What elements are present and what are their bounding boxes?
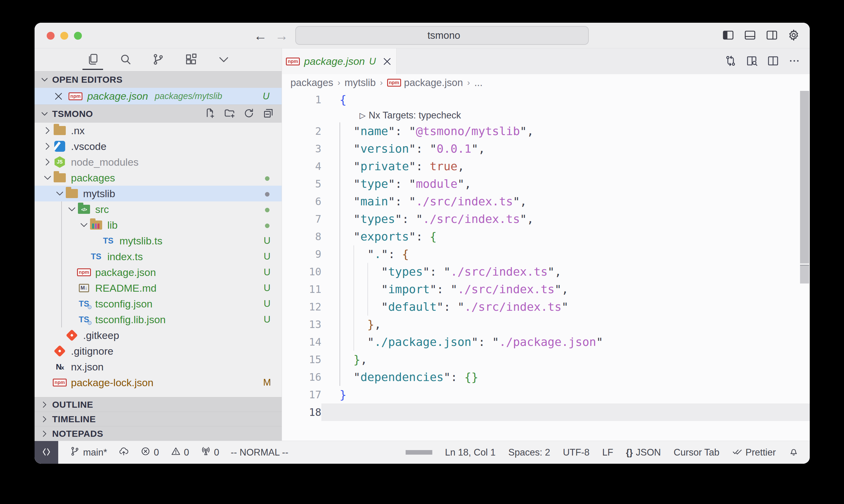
ts-gear-icon: TS⚙ (77, 298, 91, 310)
breadcrumb-item[interactable]: mytslib (345, 77, 376, 88)
status-ports[interactable]: 0 (201, 446, 219, 459)
git-status-badge: U (261, 298, 273, 309)
tree-item-nx-json[interactable]: Nxnx.json (35, 359, 282, 375)
folder-lib-icon (89, 219, 103, 231)
compare-changes-button[interactable] (724, 55, 738, 69)
split-editor-button[interactable] (766, 55, 780, 69)
explorer-actions (203, 107, 275, 121)
explorer-section-header[interactable]: TSMONO (35, 105, 282, 123)
more-actions-button[interactable] (787, 55, 801, 69)
code-line-14: 14 "./package.json": "./package.json" (282, 333, 810, 351)
breadcrumb-separator: › (338, 78, 340, 88)
editor-scrollbar[interactable] (800, 91, 809, 264)
status-indentation[interactable]: Spaces: 2 (509, 447, 550, 458)
tree-item-tsconfig-lib-json[interactable]: TS⚙tsconfig.lib.jsonU (35, 312, 282, 327)
status-formatter[interactable]: Prettier (732, 446, 776, 459)
tree-item-package-json[interactable]: npmpackage.jsonU (35, 265, 282, 280)
code-line-9: 9 ".": { (282, 245, 810, 263)
tree-item-lib[interactable]: lib (35, 217, 282, 233)
status-cursor-position[interactable]: Ln 18, Col 1 (445, 447, 496, 458)
open-preview-button[interactable] (745, 55, 759, 69)
status-branch[interactable]: main* (70, 446, 107, 459)
tree-item--nx[interactable]: .nx (35, 123, 282, 139)
tab-package-json[interactable]: npm package.json U (282, 49, 397, 74)
git-status-badge: M (261, 377, 273, 388)
status-vim-mode[interactable]: -- NORMAL -- (231, 447, 288, 458)
warning-icon (171, 446, 181, 459)
tree-item-src[interactable]: </>src (35, 201, 282, 217)
activity-extensions[interactable] (183, 49, 200, 71)
layout-panel-button[interactable] (743, 29, 757, 43)
status-cursor-tab[interactable]: Cursor Tab (674, 447, 719, 458)
refresh-button[interactable] (242, 107, 256, 121)
breadcrumb-item[interactable]: ... (474, 77, 483, 88)
gear-button[interactable] (787, 29, 800, 43)
line-number: 2 (282, 125, 321, 137)
gear-icon (787, 29, 800, 42)
tree-item-tsconfig-json[interactable]: TS⚙tsconfig.jsonU (35, 296, 282, 312)
activity-more-views[interactable] (215, 49, 232, 71)
status-errors[interactable]: 0 (140, 446, 159, 459)
tree-item-packages[interactable]: packages (35, 170, 282, 186)
ts-icon: TS (101, 234, 115, 247)
section-timeline[interactable]: TIMELINE (35, 412, 282, 426)
status-language[interactable]: {}JSON (626, 447, 661, 458)
error-icon (140, 446, 151, 459)
new-file-button[interactable] (203, 107, 217, 121)
tree-item--gitkeep[interactable]: .gitkeep (35, 327, 282, 343)
status-remote[interactable] (35, 441, 58, 464)
status-warnings[interactable]: 0 (171, 446, 189, 459)
layout-sidebar-left-button[interactable] (721, 29, 735, 43)
status-encoding[interactable]: UTF-8 (563, 447, 590, 458)
tree-item-package-lock-json[interactable]: npmpackage-lock.jsonM (35, 375, 282, 391)
navigate-back-button[interactable]: ← (251, 23, 270, 49)
open-editors-section-header[interactable]: OPEN EDITORS (35, 71, 282, 88)
activity-search[interactable] (117, 49, 134, 71)
breadcrumb-item[interactable]: npmpackage.json (387, 76, 463, 89)
line-number: 10 (282, 266, 321, 278)
code-line-17: 17} (282, 386, 810, 403)
new-file-icon (204, 108, 216, 120)
tree-item--vscode[interactable]: .vscode (35, 139, 282, 154)
status-eol[interactable]: LF (602, 447, 613, 458)
navigate-forward-button[interactable]: → (273, 23, 291, 49)
new-folder-button[interactable] (223, 107, 236, 121)
close-editor-icon[interactable] (53, 91, 64, 102)
breadcrumb-item[interactable]: packages (290, 77, 333, 88)
code-line-10: 10 "types": "./src/index.ts", (282, 263, 810, 281)
open-editor-item[interactable]: npm package.json packages/mytslib U (35, 88, 282, 105)
remote-icon (41, 447, 52, 458)
close-window-button[interactable] (47, 32, 55, 40)
code-line-content: "type": "module", (321, 175, 810, 193)
status-zoom-indicator[interactable] (406, 450, 432, 455)
code-line-3: 3 "version": "0.0.1", (282, 140, 810, 158)
section-outline[interactable]: OUTLINE (35, 397, 282, 412)
tree-item-index-ts[interactable]: TSindex.tsU (35, 249, 282, 265)
code-line-content: "version": "0.0.1", (321, 140, 810, 158)
git-status-badge: U (261, 251, 273, 262)
chevron-right-icon (40, 400, 49, 409)
status-formatter-label: Prettier (745, 447, 776, 458)
layout-sidebar-right-button[interactable] (765, 29, 779, 43)
status-sync[interactable] (119, 446, 129, 459)
tree-item-mytslib[interactable]: mytslib (35, 186, 282, 201)
tree-item-readme-md[interactable]: M↓README.mdU (35, 280, 282, 296)
close-tab-icon[interactable] (382, 56, 392, 67)
git-status-badge (261, 220, 273, 231)
tree-item-label: index.ts (107, 251, 143, 263)
code-editor[interactable]: 1{▷Nx Targets: typecheck2 "name": "@tsmo… (282, 91, 810, 441)
collapse-all-button[interactable] (262, 107, 275, 121)
code-line-1: 1{ (282, 91, 810, 108)
section-notepads[interactable]: NOTEPADS (35, 426, 282, 441)
tree-item-mytslib-ts[interactable]: TSmytslib.tsU (35, 233, 282, 249)
activity-source-control[interactable] (150, 49, 167, 71)
codelens-nx-targets[interactable]: ▷Nx Targets: typecheck (282, 108, 810, 122)
minimize-window-button[interactable] (60, 32, 68, 40)
tree-item--gitignore[interactable]: .gitignore (35, 343, 282, 359)
tree-item-node-modules[interactable]: JSnode_modules (35, 154, 282, 170)
breadcrumb: packages›mytslib›npmpackage.json›... (282, 74, 810, 91)
activity-explorer[interactable] (84, 49, 101, 71)
command-center-search[interactable]: tsmono (295, 26, 589, 45)
zoom-window-button[interactable] (74, 32, 82, 40)
status-notifications[interactable] (789, 446, 799, 459)
